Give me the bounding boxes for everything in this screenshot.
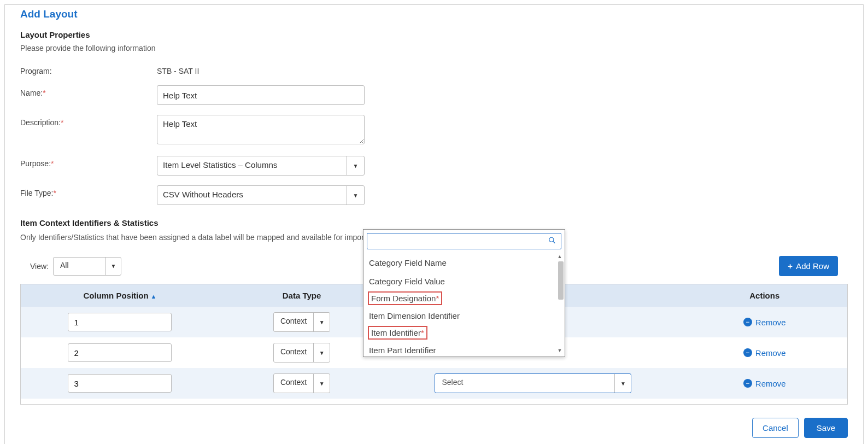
datatype-value: Context xyxy=(274,374,313,393)
plus-icon: + xyxy=(788,261,793,271)
datatype-select[interactable]: Context ▼ xyxy=(273,312,330,332)
datatype-value: Context xyxy=(274,313,313,331)
dropdown-option[interactable]: Category Field Value xyxy=(363,272,565,291)
position-input[interactable] xyxy=(68,313,172,331)
description-label: Description:* xyxy=(20,115,157,127)
add-row-label: Add Row xyxy=(796,261,829,271)
dropdown-option[interactable]: Category Field Name xyxy=(363,254,565,272)
filetype-select[interactable]: CSV Without Headers ▼ xyxy=(157,185,365,205)
datatype-select[interactable]: Context ▼ xyxy=(273,343,330,363)
program-value: STB - SAT II xyxy=(157,63,848,75)
minus-circle-icon: − xyxy=(743,348,752,357)
page-container: Add Layout Layout Properties Please prov… xyxy=(4,4,864,444)
filetype-select-value: CSV Without Headers xyxy=(157,186,347,205)
page-title: Add Layout xyxy=(20,8,848,20)
filetype-label: File Type:* xyxy=(20,185,157,197)
remove-label: Remove xyxy=(755,348,786,358)
view-select[interactable]: All ▼ xyxy=(53,257,121,276)
remove-label: Remove xyxy=(755,379,786,388)
chevron-down-icon: ▼ xyxy=(614,374,631,393)
column-header-datatype[interactable]: Data Type xyxy=(219,284,384,307)
layout-properties-heading: Layout Properties xyxy=(20,30,848,39)
view-label: View: xyxy=(30,262,49,271)
sort-asc-icon: ▲ xyxy=(151,293,157,300)
dropdown-option[interactable]: Item Part Identifier xyxy=(363,341,565,357)
chevron-down-icon: ▼ xyxy=(313,343,330,362)
column-header-position[interactable]: Column Position▲ xyxy=(21,284,219,307)
svg-line-1 xyxy=(553,241,555,243)
scroll-down-icon[interactable]: ▼ xyxy=(556,348,563,354)
scrollbar-thumb[interactable] xyxy=(558,261,564,300)
minus-circle-icon: − xyxy=(743,318,752,326)
layout-properties-form: Program: STB - SAT II Name:* Description… xyxy=(20,63,848,205)
purpose-select[interactable]: Item Level Statistics – Columns ▼ xyxy=(157,156,365,176)
svg-point-0 xyxy=(549,237,554,242)
dropdown-search-input[interactable] xyxy=(367,233,561,249)
dropdown-option[interactable]: Item Dimension Identifier xyxy=(363,307,565,325)
purpose-select-value: Item Level Statistics – Columns xyxy=(157,156,347,175)
position-input[interactable] xyxy=(68,343,172,362)
datatype-value: Context xyxy=(274,343,313,362)
remove-label: Remove xyxy=(755,318,786,327)
remove-button[interactable]: − Remove xyxy=(743,379,786,388)
datalabel-dropdown-popup: Category Field Name Category Field Value… xyxy=(363,229,565,357)
name-input[interactable] xyxy=(157,85,365,105)
datalabel-value: Select xyxy=(435,374,614,393)
view-select-value: All xyxy=(54,258,105,275)
cancel-button[interactable]: Cancel xyxy=(752,418,799,438)
layout-properties-instruction: Please provide the following information xyxy=(20,44,848,52)
chevron-down-icon: ▼ xyxy=(313,374,330,393)
chevron-down-icon: ▼ xyxy=(105,258,121,275)
dropdown-option-list[interactable]: Category Field Name Category Field Value… xyxy=(363,253,565,357)
datalabel-select[interactable]: Select ▼ xyxy=(435,373,631,393)
column-header-actions: Actions xyxy=(682,284,847,307)
name-label: Name:* xyxy=(20,85,157,97)
datatype-select[interactable]: Context ▼ xyxy=(273,373,330,393)
save-button[interactable]: Save xyxy=(804,418,848,438)
chevron-down-icon: ▼ xyxy=(347,156,364,175)
dropdown-option-required[interactable]: Item Identifier* xyxy=(368,326,427,340)
description-textarea[interactable] xyxy=(157,115,365,144)
remove-button[interactable]: − Remove xyxy=(743,318,786,327)
remove-button[interactable]: − Remove xyxy=(743,348,786,358)
chevron-down-icon: ▼ xyxy=(313,313,330,331)
add-row-button[interactable]: + Add Row xyxy=(779,256,838,276)
search-icon xyxy=(548,237,556,246)
table-row: Context ▼ Select ▼ − Remove xyxy=(21,368,847,399)
footer-buttons: Cancel Save xyxy=(20,418,848,438)
identifiers-heading: Item Context Identifiers & Statistics xyxy=(20,218,848,227)
dropdown-option-required[interactable]: Form Designation* xyxy=(368,291,442,305)
minus-circle-icon: − xyxy=(743,379,752,388)
program-label: Program: xyxy=(20,63,157,75)
scroll-up-icon[interactable]: ▲ xyxy=(556,254,563,260)
chevron-down-icon: ▼ xyxy=(347,186,364,205)
position-input[interactable] xyxy=(68,374,172,393)
purpose-label: Purpose:* xyxy=(20,156,157,168)
